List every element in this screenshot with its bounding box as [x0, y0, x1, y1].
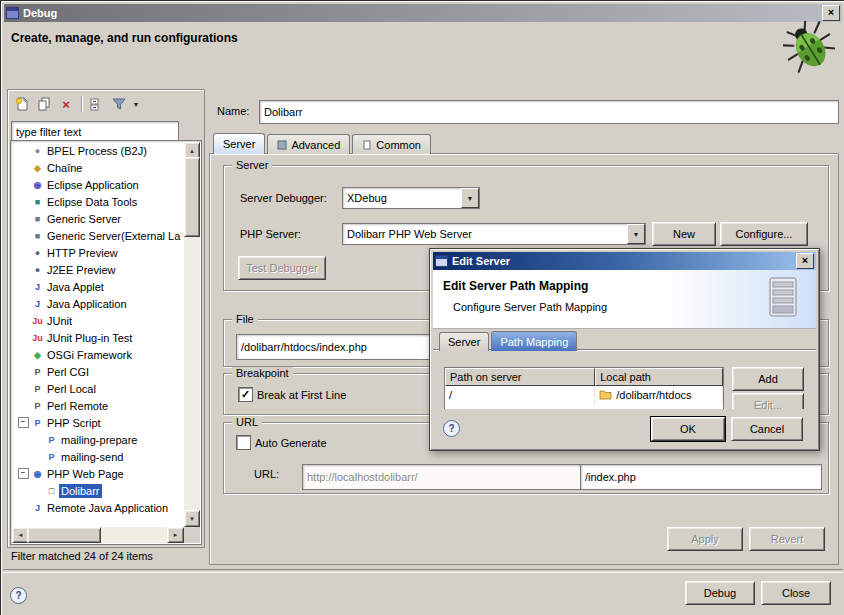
remote-java-icon: J: [30, 503, 45, 513]
close-button[interactable]: Close: [761, 581, 831, 605]
tree-item-mailing-prepare[interactable]: Pmailing-prepare: [12, 431, 184, 448]
tree-item-perl-cgi[interactable]: PPerl CGI: [12, 363, 184, 380]
auto-generate-label: Auto Generate: [255, 437, 327, 449]
tree-item-generic-server[interactable]: ■Generic Server: [12, 210, 184, 227]
debug-window: Debug × Create, manage, and run configur…: [0, 0, 844, 615]
help-icon[interactable]: ?: [10, 587, 27, 604]
tree-item-junit[interactable]: JuJUnit: [12, 312, 184, 329]
dialog-help-icon[interactable]: ?: [443, 420, 460, 437]
tree-item-label: Eclipse Data Tools: [45, 195, 139, 209]
tree-item-osgi-framework[interactable]: ◆OSGi Framework: [12, 346, 184, 363]
tree-item-label: Eclipse Application: [45, 178, 141, 192]
tree-item-label: HTTP Preview: [45, 246, 120, 260]
tree-item-cha-ne[interactable]: ◆Chaîne: [12, 159, 184, 176]
php-server-label: PHP Server:: [240, 228, 301, 240]
tree-item-label: Chaîne: [45, 161, 84, 175]
collapse-all-button[interactable]: [87, 94, 107, 114]
php-server-select[interactable]: Dolibarr PHP Web Server ▼: [342, 223, 646, 245]
new-server-button[interactable]: New: [652, 222, 716, 246]
filter-input[interactable]: [11, 121, 179, 142]
cancel-button[interactable]: Cancel: [731, 417, 803, 441]
delete-configuration-button[interactable]: ×: [56, 94, 76, 114]
horizontal-scroll-thumb[interactable]: [27, 527, 101, 543]
toolbar-separator: [81, 96, 82, 112]
tree-item-http-preview[interactable]: ●HTTP Preview: [12, 244, 184, 261]
dialog-title: Edit Server: [452, 255, 792, 267]
filter-launch-configurations-button[interactable]: [109, 94, 129, 114]
tree-item-perl-local[interactable]: PPerl Local: [12, 380, 184, 397]
tree-item-eclipse-application[interactable]: ◉Eclipse Application: [12, 176, 184, 193]
break-first-line-label: Break at First Line: [257, 389, 346, 401]
collapse-toggle-icon[interactable]: −: [16, 468, 30, 479]
tab-advanced[interactable]: Advanced: [267, 134, 350, 154]
php-web-page-icon: ◉: [30, 469, 45, 479]
tree-item-label: Perl Local: [45, 382, 98, 396]
tree-item-dolibarr[interactable]: □Dolibarr: [12, 482, 184, 499]
url-label: URL:: [254, 468, 279, 480]
tree-item-junit-plug-in-test[interactable]: JuJUnit Plug-in Test: [12, 329, 184, 346]
path-mapping-row[interactable]: //dolibarr/htdocs: [445, 386, 723, 404]
tree-item-perl-remote[interactable]: PPerl Remote: [12, 397, 184, 414]
dialog-titlebar: Edit Server ×: [433, 252, 816, 270]
server-group-label: Server: [232, 159, 272, 171]
tree-item-label: Perl Remote: [45, 399, 110, 413]
tab-common[interactable]: Common: [352, 134, 431, 154]
tree-item-label: J2EE Preview: [45, 263, 117, 277]
vertical-scroll-thumb[interactable]: [184, 157, 200, 237]
dialog-heading: Edit Server Path Mapping: [443, 279, 588, 293]
junit-icon: Ju: [30, 316, 45, 326]
auto-generate-checkbox[interactable]: [236, 435, 251, 450]
footer-separator: [3, 569, 843, 573]
scroll-down-icon[interactable]: ▼: [184, 510, 200, 527]
tree-horizontal-scrollbar[interactable]: ◄ ►: [12, 527, 184, 543]
tree-item-eclipse-data-tools[interactable]: ■Eclipse Data Tools: [12, 193, 184, 210]
add-mapping-button[interactable]: Add: [732, 367, 804, 391]
test-debugger-button: Test Debugger: [238, 256, 326, 280]
url-path-input[interactable]: /index.php: [580, 464, 822, 490]
tree-vertical-scrollbar[interactable]: ▲ ▼: [184, 142, 200, 527]
tree-item-remote-java-application[interactable]: JRemote Java Application: [12, 499, 184, 516]
break-first-line-checkbox[interactable]: [238, 387, 253, 402]
advanced-tab-icon: [277, 140, 287, 150]
tree-item-mailing-send[interactable]: Pmailing-send: [12, 448, 184, 465]
debug-button[interactable]: Debug: [685, 581, 755, 605]
generic-server-external-icon: ■: [30, 231, 45, 241]
tree-item-java-application[interactable]: JJava Application: [12, 295, 184, 312]
url-base-input: http://localhostdolibarr/: [302, 464, 582, 490]
column-header-path-on-server[interactable]: Path on server: [445, 368, 595, 386]
tree-item-java-applet[interactable]: JJava Applet: [12, 278, 184, 295]
tree-item-php-web-page[interactable]: −◉PHP Web Page: [12, 465, 184, 482]
tree-item-label: Generic Server(External La: [45, 229, 182, 243]
config-tabs: Server Advanced Common: [213, 134, 431, 154]
perl-cgi-icon: P: [30, 367, 45, 377]
name-input[interactable]: [259, 100, 839, 124]
dialog-close-button[interactable]: ×: [796, 253, 814, 269]
server-debugger-select[interactable]: XDebug ▼: [342, 187, 480, 209]
configure-server-button[interactable]: Configure...: [720, 222, 808, 246]
tree-item-label: JUnit: [45, 314, 74, 328]
tree-item-generic-server-external-la[interactable]: ■Generic Server(External La: [12, 227, 184, 244]
tree-item-php-script[interactable]: −PPHP Script: [12, 414, 184, 431]
server-illustration-icon: [766, 276, 800, 324]
dropdown-arrow-icon[interactable]: ▼: [627, 224, 645, 244]
tree-item-label: mailing-send: [59, 450, 125, 464]
tree-item-j2ee-preview[interactable]: ●J2EE Preview: [12, 261, 184, 278]
tree-item-bpel-process-b2j[interactable]: ●BPEL Process (B2J): [12, 142, 184, 159]
new-configuration-button[interactable]: [12, 94, 32, 114]
scroll-right-icon[interactable]: ►: [167, 527, 184, 543]
column-header-local-path[interactable]: Local path: [595, 368, 723, 386]
dropdown-arrow-icon[interactable]: ▼: [461, 188, 479, 208]
collapse-toggle-icon[interactable]: −: [16, 417, 30, 428]
java-applet-icon: J: [30, 282, 45, 292]
tab-server[interactable]: Server: [213, 133, 265, 154]
generic-server-icon: ■: [30, 214, 45, 224]
perl-remote-icon: P: [30, 401, 45, 411]
ok-button[interactable]: OK: [651, 417, 725, 441]
toolbar-menu-arrow-icon[interactable]: ▼: [131, 94, 141, 114]
window-close-button[interactable]: ×: [822, 5, 840, 21]
dialog-tab-server[interactable]: Server: [439, 332, 489, 351]
url-group-label: URL: [232, 416, 262, 428]
duplicate-configuration-button[interactable]: [34, 94, 54, 114]
config-tree: ●BPEL Process (B2J)◆Chaîne◉Eclipse Appli…: [10, 140, 202, 545]
dialog-tab-path-mapping[interactable]: Path Mapping: [491, 331, 577, 351]
